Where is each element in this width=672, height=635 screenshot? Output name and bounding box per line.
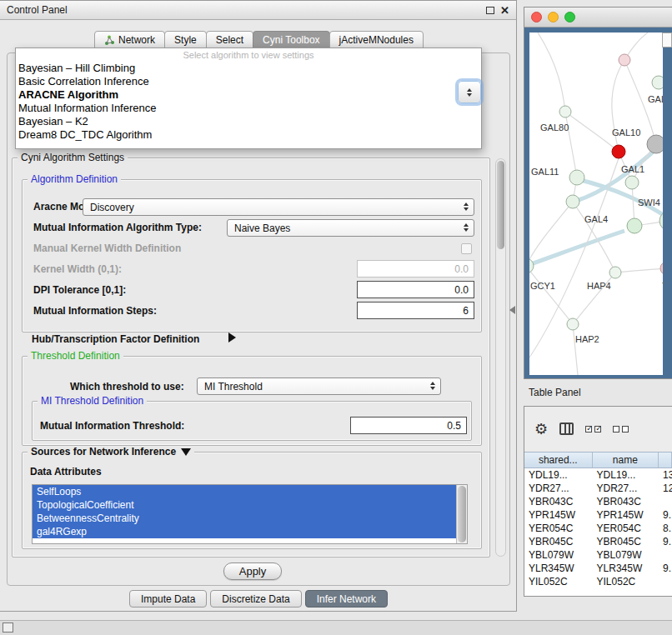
- bottom-tab-impute-data[interactable]: Impute Data: [129, 590, 207, 608]
- graph-node[interactable]: [559, 106, 571, 118]
- network-tab-icon: [104, 35, 114, 45]
- hub-section-header[interactable]: Hub/Transcription Factor Definition: [32, 333, 199, 345]
- panel-collapse-arrow-icon[interactable]: [509, 306, 515, 314]
- table-row[interactable]: YPR145WYPR145W9.: [524, 508, 672, 522]
- select-all-checkboxes-icon[interactable]: [585, 426, 601, 432]
- algorithm-option[interactable]: Bayesian – K2: [16, 115, 481, 128]
- table-row[interactable]: YDR27...YDR27...12: [524, 482, 672, 495]
- algorithm-option[interactable]: ARACNE Algorithm: [16, 88, 481, 102]
- graph-node[interactable]: [569, 170, 584, 185]
- attribute-list-item[interactable]: SelfLoops: [33, 485, 456, 498]
- combo-arrows-icon: [467, 93, 472, 97]
- mi-threshold-label: Mutual Information Threshold:: [40, 420, 184, 432]
- attribute-list-item[interactable]: gal4RGexp: [33, 525, 456, 538]
- attributes-scrollbar[interactable]: [456, 485, 467, 543]
- bottom-tab-discretize-data[interactable]: Discretize Data: [210, 590, 301, 608]
- graph-node[interactable]: [625, 176, 639, 189]
- expand-arrow-icon[interactable]: [228, 332, 236, 342]
- table-cell: YIL052C: [524, 575, 593, 588]
- control-panel-window: Control Panel NetworkStyleSelectCyni Too…: [0, 0, 517, 612]
- tab-jactivemnodules[interactable]: jActiveMNodules: [329, 31, 424, 49]
- graph-node[interactable]: [566, 195, 579, 208]
- tab-select[interactable]: Select: [206, 31, 253, 49]
- node-label: GAL80: [540, 122, 569, 132]
- float-window-icon[interactable]: [486, 7, 494, 14]
- algorithm-option[interactable]: Bayesian – Hill Climbing: [16, 62, 481, 75]
- graph-node[interactable]: [619, 54, 630, 66]
- table-cell: YBL079W: [524, 548, 593, 562]
- mi-type-label: Mutual Information Algorithm Type:: [33, 222, 202, 233]
- table-cell: 9.: [659, 535, 672, 548]
- table-body: YDL19...YDL19...13YDR27...YDR27...12YBR0…: [524, 468, 672, 596]
- node-label: HAP4: [587, 281, 611, 291]
- mac-close-button[interactable]: [531, 12, 542, 22]
- graph-node[interactable]: [567, 318, 579, 330]
- table-cell: [659, 548, 672, 562]
- column-header[interactable]: shared...: [524, 452, 593, 468]
- table-row[interactable]: YLR345WYLR345W9.: [524, 562, 672, 575]
- combo-arrows-icon: [467, 88, 472, 92]
- algorithm-option[interactable]: Mutual Information Inference: [16, 102, 481, 115]
- column-header[interactable]: name: [593, 452, 659, 468]
- data-attributes-list[interactable]: SelfLoopsTopologicalCoefficientBetweenne…: [32, 484, 468, 544]
- column-header[interactable]: [659, 452, 672, 468]
- network-canvas[interactable]: GALGAL80GAL10GAL11GAL1SWI4GAL4GCY1HAP4YH…: [529, 32, 663, 375]
- gear-icon[interactable]: [534, 422, 548, 437]
- panel-corner-icon[interactable]: [3, 622, 13, 632]
- mac-minimize-button[interactable]: [548, 12, 559, 22]
- sources-group-title[interactable]: Sources for Network Inference: [28, 446, 194, 458]
- dpi-tolerance-field[interactable]: 0.0: [357, 281, 474, 298]
- graph-node[interactable]: [660, 262, 663, 275]
- table-row[interactable]: YIL052CYIL052C: [524, 575, 672, 588]
- deselect-checkboxes-icon[interactable]: [613, 426, 629, 432]
- mi-type-value: Naive Bayes: [234, 222, 290, 234]
- which-threshold-select[interactable]: MI Threshold: [197, 378, 441, 395]
- graph-node[interactable]: [529, 258, 534, 273]
- tab-network[interactable]: Network: [94, 31, 165, 49]
- close-icon[interactable]: [500, 5, 509, 16]
- mi-steps-label: Mutual Information Steps:: [33, 305, 157, 317]
- table-toolbar: [524, 407, 672, 451]
- graph-node[interactable]: [612, 145, 625, 158]
- collapse-arrow-icon[interactable]: [181, 448, 191, 456]
- apply-button[interactable]: Apply: [223, 562, 282, 580]
- tab-cyni-toolbox[interactable]: Cyni Toolbox: [253, 31, 329, 49]
- attribute-list-item[interactable]: BetweennessCentrality: [33, 512, 456, 525]
- graph-node[interactable]: [627, 218, 642, 233]
- attribute-list-item[interactable]: TopologicalCoefficient: [33, 498, 456, 512]
- table-panel-title: Table Panel: [529, 387, 581, 398]
- algorithm-combo-button[interactable]: [458, 81, 481, 103]
- graph-node[interactable]: [609, 267, 621, 278]
- algorithm-option[interactable]: Dream8 DC_TDC Algorithm: [16, 128, 481, 142]
- tab-label: Style: [174, 34, 197, 46]
- combo-arrows-icon: [430, 382, 435, 390]
- node-label: HAP2: [575, 334, 599, 344]
- attributes-scrollbar-thumb[interactable]: [458, 486, 466, 542]
- table-row[interactable]: YBR043CYBR043C: [524, 495, 672, 508]
- mi-steps-field[interactable]: 6: [357, 302, 474, 319]
- tab-label: Select: [216, 34, 243, 46]
- algorithm-option[interactable]: Basic Correlation Inference: [16, 75, 481, 88]
- tab-style[interactable]: Style: [164, 31, 207, 49]
- table-row[interactable]: YER054CYER054C8.: [524, 522, 672, 535]
- mi-algorithm-type-select[interactable]: Naive Bayes: [227, 219, 474, 237]
- table-cell: YBR043C: [593, 495, 659, 508]
- which-threshold-label: Which threshold to use:: [70, 381, 184, 392]
- table-cell: YER054C: [593, 522, 659, 535]
- settings-scrollbar-thumb[interactable]: [497, 161, 504, 249]
- bottom-tab-infer-network[interactable]: Infer Network: [305, 590, 388, 608]
- table-row[interactable]: YBL079WYBL079W: [524, 548, 672, 562]
- graph-node[interactable]: [652, 76, 663, 89]
- mac-zoom-button[interactable]: [564, 12, 575, 22]
- aracne-mode-select[interactable]: Discovery: [83, 198, 474, 216]
- graph-edge: [565, 112, 619, 152]
- settings-scrollbar[interactable]: [495, 158, 506, 557]
- mi-threshold-field[interactable]: 0.5: [350, 417, 467, 434]
- table-cell: YPR145W: [593, 508, 659, 522]
- graph-node[interactable]: [647, 135, 663, 153]
- column-selector-icon[interactable]: [559, 422, 574, 435]
- table-row[interactable]: YDL19...YDL19...13: [524, 468, 672, 482]
- network-scrollbar[interactable]: [662, 32, 672, 48]
- combo-arrows-icon: [464, 202, 469, 211]
- table-row[interactable]: YBR045CYBR045C9.: [524, 535, 672, 548]
